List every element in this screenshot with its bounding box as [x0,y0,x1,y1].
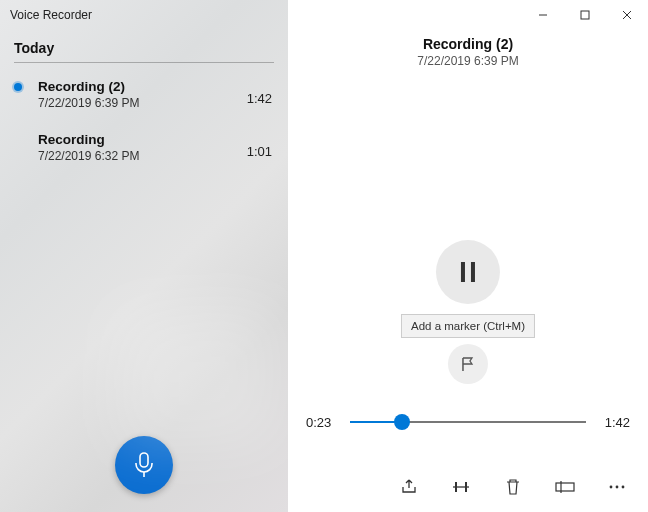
more-button[interactable] [606,476,628,498]
pause-button[interactable] [436,240,500,304]
svg-rect-7 [471,262,475,282]
playback-position: 0:23 [306,415,340,430]
add-marker-button[interactable] [448,344,488,384]
svg-rect-0 [140,453,148,467]
recording-list-item[interactable]: Recording (2) 7/22/2019 6:39 PM 1:42 [0,69,288,122]
sidebar: Voice Recorder Today Recording (2) 7/22/… [0,0,288,512]
playback-title: Recording (2) [288,36,648,52]
minimize-button[interactable] [522,1,564,29]
close-button[interactable] [606,1,648,29]
share-button[interactable] [398,476,420,498]
maximize-button[interactable] [564,1,606,29]
playback-header: Recording (2) 7/22/2019 6:39 PM [288,36,648,68]
marker-tooltip: Add a marker (Ctrl+M) [401,314,535,338]
divider [14,62,274,63]
playback-timestamp: 7/22/2019 6:39 PM [288,54,648,68]
seek-slider[interactable] [350,412,586,432]
recording-list-item[interactable]: Recording 7/22/2019 6:32 PM 1:01 [0,122,288,175]
record-button[interactable] [115,436,173,494]
more-icon [608,484,626,490]
action-bar [398,476,628,498]
seek-thumb[interactable] [394,414,410,430]
svg-point-13 [610,486,613,489]
share-icon [400,478,418,496]
recording-name: Recording [38,132,274,147]
playback-duration: 1:42 [596,415,630,430]
recording-list: Recording (2) 7/22/2019 6:39 PM 1:42 Rec… [0,69,288,512]
flag-icon [460,356,476,372]
window-titlebar [288,0,648,30]
svg-point-14 [616,486,619,489]
rename-button[interactable] [554,476,576,498]
trim-button[interactable] [450,476,472,498]
app-title: Voice Recorder [0,0,288,26]
app-window: Voice Recorder Today Recording (2) 7/22/… [0,0,648,512]
playback-timeline: 0:23 1:42 [306,412,630,432]
rename-icon [555,480,575,494]
svg-rect-3 [581,11,589,19]
svg-rect-10 [465,482,467,492]
recording-timestamp: 7/22/2019 6:39 PM [38,96,274,110]
recording-duration: 1:01 [247,144,272,159]
recording-duration: 1:42 [247,91,272,106]
pause-icon [459,260,477,284]
main-panel: Recording (2) 7/22/2019 6:39 PM Add a ma… [288,0,648,512]
svg-rect-6 [461,262,465,282]
microphone-icon [133,452,155,478]
svg-point-15 [622,486,625,489]
delete-button[interactable] [502,476,524,498]
recording-name: Recording (2) [38,79,274,94]
trash-icon [505,478,521,496]
svg-rect-9 [455,482,457,492]
section-header-today: Today [0,26,288,62]
recording-timestamp: 7/22/2019 6:32 PM [38,149,274,163]
playback-controls: Add a marker (Ctrl+M) [401,240,535,384]
svg-rect-11 [556,483,574,491]
trim-icon [451,479,471,495]
